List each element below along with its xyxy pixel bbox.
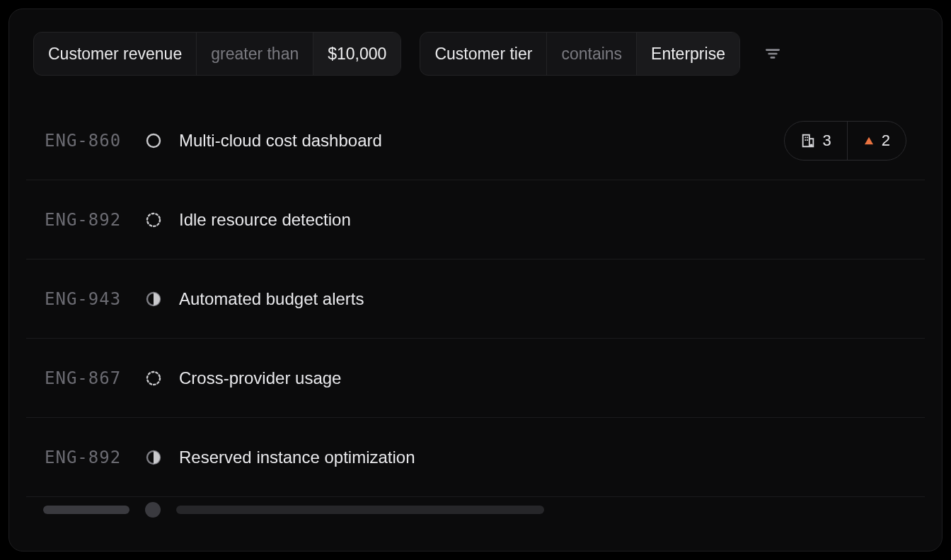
filter-operator: greater than [197,33,313,75]
scroll-track [176,506,544,514]
filter-settings-button[interactable] [760,41,785,66]
issue-id: ENG-867 [45,368,144,388]
issue-row[interactable]: ENG-943 Automated budget alerts [26,259,925,339]
filter-attribute: Customer revenue [34,33,197,75]
timeline-scrollbar[interactable] [43,503,908,517]
status-backlog-icon [144,210,163,230]
issue-title: Idle resource detection [179,210,906,230]
issue-row[interactable]: ENG-892 Idle resource detection [26,180,925,259]
svg-rect-4 [805,136,806,138]
issue-row[interactable]: ENG-860 Multi-cloud cost dashboard 3 [26,101,925,180]
issue-id: ENG-943 [45,289,144,309]
svg-point-11 [147,372,160,385]
filter-bar: Customer revenue greater than $10,000 Cu… [9,9,942,93]
filter-chip-tier[interactable]: Customer tier contains Enterprise [420,32,740,76]
filter-chip-revenue[interactable]: Customer revenue greater than $10,000 [33,32,401,76]
issues-panel: Customer revenue greater than $10,000 Cu… [8,8,943,552]
svg-rect-5 [807,136,808,138]
filter-value: $10,000 [313,33,400,75]
filter-value: Enterprise [637,33,739,75]
svg-point-3 [147,134,160,147]
svg-point-8 [809,144,812,146]
issue-id: ENG-860 [45,131,144,151]
issue-title: Reserved instance optimization [179,448,906,467]
issue-title: Multi-cloud cost dashboard [179,131,784,151]
issue-id: ENG-892 [45,210,144,230]
customers-count: 3 [823,132,831,150]
svg-point-9 [147,214,160,226]
issue-id: ENG-892 [45,448,144,467]
issue-title: Cross-provider usage [179,368,906,388]
svg-rect-6 [805,139,806,141]
priority-badge[interactable]: 2 [847,122,906,160]
status-todo-icon [144,131,163,151]
issue-row[interactable]: ENG-867 Cross-provider usage [26,339,925,418]
svg-rect-7 [807,139,808,141]
issue-badges: 3 2 [784,121,907,161]
issue-list: ENG-860 Multi-cloud cost dashboard 3 [9,101,942,497]
status-backlog-icon [144,368,163,388]
filter-icon [763,45,782,63]
priority-count: 2 [882,132,890,150]
building-icon [800,133,816,148]
issue-row[interactable]: ENG-892 Reserved instance optimization [26,418,925,497]
status-in-progress-icon [144,289,163,309]
status-in-progress-icon [144,448,163,467]
scroll-knob[interactable] [145,502,161,518]
priority-high-icon [863,135,875,146]
scroll-segment [43,506,129,514]
customers-badge[interactable]: 3 [785,122,847,160]
filter-attribute: Customer tier [420,33,547,75]
filter-operator: contains [547,33,637,75]
issue-title: Automated budget alerts [179,289,906,309]
